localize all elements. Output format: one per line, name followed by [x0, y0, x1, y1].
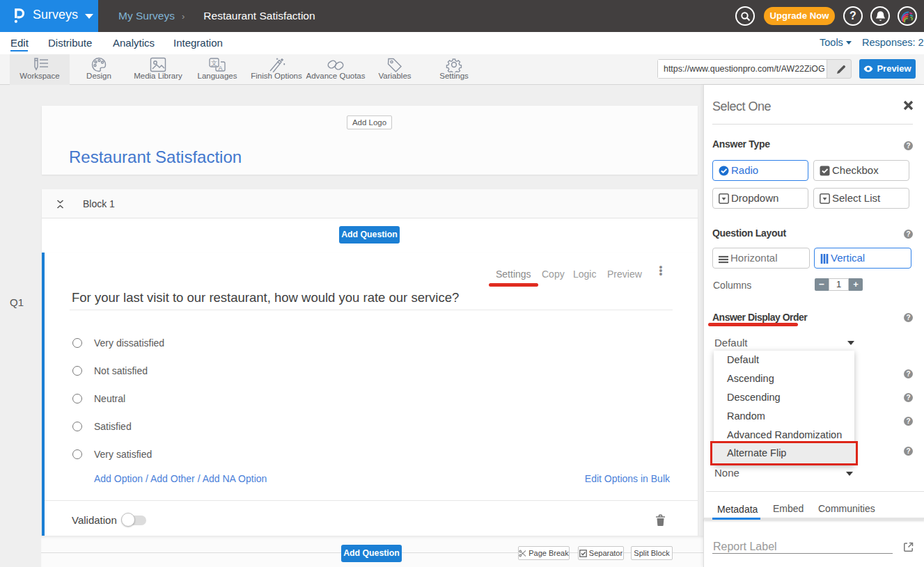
svg-text:文: 文: [211, 60, 217, 67]
svg-text:A: A: [218, 65, 222, 72]
